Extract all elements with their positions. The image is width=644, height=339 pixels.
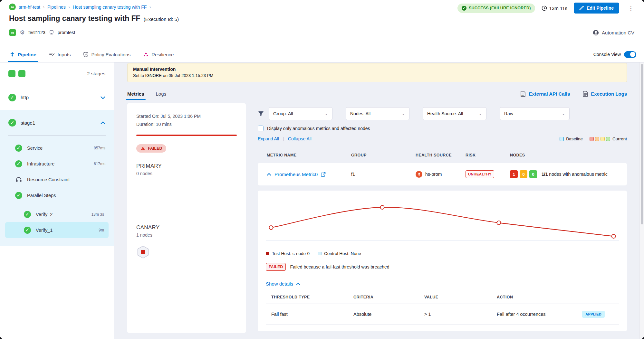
breadcrumb-pipelines[interactable]: Pipelines [47,5,66,10]
health-source-filter-dropdown[interactable]: Health Source: All ⌄ [423,107,486,120]
filter-icon[interactable] [258,110,264,117]
started-on: Started On: Jul 5, 2023 1:06 PM [136,114,237,119]
verification-summary-card: Started On: Jul 5, 2023 1:06 PM Duration… [127,103,246,333]
success-check-icon: ✓ [15,160,22,167]
elapsed-time-label: 13m 11s [549,5,567,11]
scrollbar-thumb[interactable] [641,64,643,224]
chevron-right-icon: › [43,5,44,9]
step-duration: 617ms [94,162,105,166]
metric-chart[interactable] [266,198,619,247]
nodes-filter-value: Nodes: All [350,111,370,116]
status-badge: ✓ SUCCESS (FAILURE IGNORED) [457,4,535,13]
failed-status-pill: FAILED [136,144,166,153]
metric-filters: Group: All ⌄ Nodes: All ⌄ Health Source:… [258,107,627,120]
metric-detail-panel: Test Host: c-node-0 Control Host: None F… [258,191,627,331]
sidebar-step-verify-1[interactable]: ✓ Verify_1 9m [5,222,109,238]
service-name[interactable]: test1123 [28,30,45,35]
show-details-label: Show details [266,281,293,287]
kebab-menu-icon[interactable]: ⋮ [626,4,636,13]
sidebar-step-service[interactable]: ✓ Service 857ms [0,140,114,156]
chevron-down-icon: ⌄ [479,111,482,116]
threshold-table-header: THRESHOLD TYPE CRITERIA VALUE ACTION [266,295,619,304]
control-host-legend: Control Host: None [318,251,361,256]
stage-status-square [18,70,25,77]
expand-all-link[interactable]: Expand All [258,136,279,141]
console-view-toggle[interactable] [624,51,636,58]
divider [266,325,619,325]
step-label: Service [27,146,43,151]
execution-logs-link[interactable]: Execution Logs [583,91,627,97]
external-api-icon: API [520,91,526,97]
collapse-all-link[interactable]: Collapse All [288,136,312,141]
breadcrumb-project[interactable]: srm-hf-test [19,5,40,10]
external-link-icon[interactable] [321,172,326,177]
run-duration: Duration: 10 mins [136,122,237,127]
console-view-label: Console View [593,52,621,57]
view-mode-dropdown[interactable]: Raw ⌄ [500,107,570,120]
success-check-icon: ✓ [15,192,22,199]
current-green-swatch [606,137,610,141]
tab-inputs-label: Inputs [58,52,71,57]
edit-pipeline-button[interactable]: Edit Pipeline [574,3,619,14]
step-duration: 9m [99,228,104,232]
chart-color-legend: Baseline Current [560,137,627,141]
svg-text:API: API [522,95,524,96]
verification-failed-badge: FAILED [266,263,286,271]
col-criteria: CRITERIA [353,295,424,299]
step-duration: 857ms [94,146,105,150]
nodes-ratio: 1/1 [542,172,548,177]
col-threshold-type: THRESHOLD TYPE [271,295,353,299]
failed-status-label: FAILED [148,146,162,151]
stage-count: 2 stages [87,71,105,76]
success-check-icon: ✓ [8,119,16,127]
pipeline-icon [10,52,15,57]
collapse-metric-chevron-icon[interactable] [267,173,271,176]
metric-name-link[interactable]: Prometheus Metric0 [274,172,318,177]
group-filter-dropdown[interactable]: Group: All ⌄ [269,107,332,120]
applied-badge: APPLIED [582,311,605,318]
current-legend-label: Current [612,137,627,141]
step-label: Infrastructure [27,161,54,166]
current-red-swatch [590,137,594,141]
manual-intervention-banner: Manual Intervention Set to IGNORE on 05-… [127,63,627,82]
canary-node-hexagon[interactable] [136,245,150,260]
sidebar-stage-http[interactable]: ✓ http [0,85,114,110]
environment-name[interactable]: promtest [58,30,75,35]
sidebar-step-infrastructure[interactable]: ✓ Infrastructure 617ms [0,156,114,172]
breadcrumb-pipeline-name[interactable]: Host sampling canary testing with FF [73,5,147,10]
sidebar-step-resource-constraint[interactable]: Resource Constraint [0,172,114,187]
threshold-row: Fail fast Absolute > 1 Fail after 4 occu… [266,304,619,325]
chevron-down-icon[interactable] [101,95,105,100]
sidebar-stage-stage1[interactable]: ✓ stage1 [0,110,114,135]
view-mode-value: Raw [504,111,513,116]
chevron-up-icon[interactable] [101,120,105,126]
step-duration: 13m 3s [91,212,104,217]
tab-logs[interactable]: Logs [156,87,167,100]
sidebar-step-parallel-steps[interactable]: ✓ Parallel Steps [0,187,114,203]
main-tabbar: Pipeline Inputs Policy Evaluations Resil… [0,47,644,62]
success-check-icon: ✓ [15,145,22,152]
external-api-calls-link[interactable]: API External API Calls [520,91,570,97]
tab-inputs[interactable]: Inputs [49,47,71,62]
tab-pipeline[interactable]: Pipeline [10,47,36,62]
resource-constraint-icon [15,176,22,183]
show-details-link[interactable]: Show details [266,281,619,287]
verification-failed-message: Failed because a fail-fast threshold was… [290,264,389,269]
tab-resilience[interactable]: Resilience [143,47,174,62]
risk-badge: UNHEALTHY [466,170,494,178]
tab-metrics[interactable]: Metrics [127,87,144,100]
step-label: Verify_2 [36,212,53,217]
sidebar-step-verify-2[interactable]: ✓ Verify_2 13m 3s [5,206,109,222]
metric-row[interactable]: Prometheus Metric0 f1 hs-prom UNHEALTHY … [258,163,627,185]
tab-policy-evaluations[interactable]: Policy Evaluations [83,47,130,62]
success-check-icon: ✓ [462,6,466,11]
vertical-scrollbar[interactable] [639,62,644,339]
anomalous-metrics-checkbox[interactable] [258,126,264,131]
chevron-down-icon: ⌄ [562,111,565,116]
control-host-swatch [318,252,322,255]
threshold-value: > 1 [424,312,497,317]
divider: | [283,136,284,141]
elapsed-time: 13m 11s [542,5,567,11]
primary-label: PRIMARY [136,163,237,169]
nodes-filter-dropdown[interactable]: Nodes: All ⌄ [346,107,409,120]
